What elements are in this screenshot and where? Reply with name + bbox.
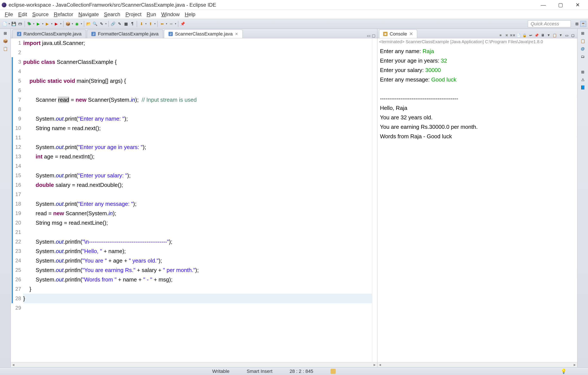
code-line[interactable]: 13 int age = read.nextInt(); <box>12 152 372 161</box>
code-line[interactable]: 17 <box>12 190 372 199</box>
code-line[interactable]: 19 read = new Scanner(System.in); <box>12 209 372 218</box>
code-line[interactable]: 10 String name = read.next(); <box>12 123 372 133</box>
search-icon[interactable]: 🔍 <box>92 21 98 27</box>
code-line[interactable]: 28} <box>12 294 372 303</box>
toggle-breadcrumb-icon[interactable]: 🔗 <box>110 21 116 27</box>
code-line[interactable]: 2 <box>12 48 372 57</box>
code-line[interactable]: 29 <box>12 303 372 313</box>
show-whitespace-icon[interactable]: ¶ <box>129 21 135 27</box>
menu-search[interactable]: Search <box>102 11 123 18</box>
console-tab[interactable]: ▣ Console ✕ <box>379 30 417 38</box>
quick-access-input[interactable]: Quick Access <box>528 21 571 27</box>
next-annotation-icon[interactable]: ⬇ <box>138 21 144 27</box>
run-last-icon[interactable]: ▶ <box>53 21 59 27</box>
open-type-icon[interactable]: 📂 <box>85 21 92 27</box>
code-line[interactable]: 9 System.out.print("Enter any name: "); <box>12 114 372 123</box>
code-line[interactable]: 14 <box>12 161 372 171</box>
debug-icon[interactable]: 🪲 <box>26 21 32 27</box>
open-console-icon[interactable]: 📋 <box>552 32 557 38</box>
menu-edit[interactable]: Edit <box>16 11 29 18</box>
console-output[interactable]: Enter any name: RajaEnter your age in ye… <box>377 45 577 362</box>
javadoc-icon[interactable]: 📘 <box>580 84 586 91</box>
code-line[interactable]: 7 Scanner read = new Scanner(System.in);… <box>12 95 372 105</box>
new-class-icon[interactable]: ◉ <box>74 21 80 27</box>
display-console-icon[interactable]: 🖥 <box>540 32 546 38</box>
forward-icon[interactable]: ➡ <box>168 21 174 27</box>
coverage-icon[interactable]: ▶ <box>44 21 50 27</box>
open-perspective-icon[interactable]: ⊞ <box>574 21 580 27</box>
maximize-button[interactable]: ▢ <box>556 1 565 9</box>
outline-icon[interactable]: 📋 <box>2 46 9 52</box>
restore-right-icon[interactable]: ⊞ <box>580 30 586 37</box>
code-line[interactable]: 21 <box>12 227 372 237</box>
terminate-icon[interactable]: ■ <box>498 32 503 38</box>
code-line[interactable]: 24 System.out.println("You are " + age +… <box>12 256 372 265</box>
code-line[interactable]: 8 <box>12 105 372 114</box>
word-wrap-icon[interactable]: ↩ <box>528 32 533 38</box>
remove-launch-icon[interactable]: ✖ <box>504 32 509 38</box>
restore-icon[interactable]: ⊞ <box>2 30 9 37</box>
code-line[interactable]: 27 } <box>12 284 372 294</box>
editor-tab[interactable]: JRandomClassExample.java <box>12 30 86 38</box>
close-button[interactable]: ✕ <box>573 1 582 9</box>
scroll-lock-icon[interactable]: 🔒 <box>522 32 527 38</box>
console-hscroll[interactable]: ◄► <box>377 362 577 367</box>
minimize-view-icon[interactable]: ▭ <box>367 33 370 38</box>
code-line[interactable]: 15 System.out.print("Enter your salary: … <box>12 171 372 180</box>
code-line[interactable]: 6 <box>12 86 372 95</box>
task-list-icon[interactable]: 📋 <box>580 38 586 44</box>
editor-tab[interactable]: JFormatterClassExample.java <box>87 30 163 38</box>
code-line[interactable]: 4 <box>12 67 372 76</box>
toggle-mark-icon[interactable]: ✎ <box>116 21 123 27</box>
clear-console-icon[interactable]: 📄 <box>516 32 521 38</box>
pin-console-icon[interactable]: 📌 <box>534 32 539 38</box>
toggle-block-icon[interactable]: ▦ <box>123 21 129 27</box>
problems-icon[interactable]: ⚠ <box>580 76 586 83</box>
save-all-icon[interactable]: 🗃 <box>17 21 23 27</box>
code-line[interactable]: 22 System.out.println("\n---------------… <box>12 237 372 246</box>
prev-annotation-icon[interactable]: ⬆ <box>147 21 153 27</box>
code-line[interactable]: 26 System.out.println("Words from " + na… <box>12 275 372 284</box>
minimize-console-icon[interactable]: ▭ <box>564 32 569 38</box>
menu-file[interactable]: File <box>3 11 15 18</box>
code-line[interactable]: 16 double salary = read.nextDouble(); <box>12 180 372 190</box>
maximize-console-icon[interactable]: ▢ <box>570 32 576 38</box>
code-line[interactable]: 25 System.out.println("You are earning R… <box>12 265 372 275</box>
code-line[interactable]: 3public class ScannerClassExample { <box>12 57 372 67</box>
new-icon[interactable]: 📄 <box>2 21 8 27</box>
code-line[interactable]: 23 System.out.println("Hello, " + name); <box>12 246 372 256</box>
menu-help[interactable]: Help <box>183 11 198 18</box>
menu-window[interactable]: Window <box>159 11 182 18</box>
close-tab-icon[interactable]: ✕ <box>235 32 238 36</box>
back-icon[interactable]: ⬅ <box>159 21 165 27</box>
close-icon[interactable]: ✕ <box>409 31 413 37</box>
java-perspective-icon[interactable]: ☕ <box>580 21 586 27</box>
pin-icon[interactable]: 📌 <box>180 21 186 27</box>
package-explorer-icon[interactable]: 📦 <box>2 38 9 44</box>
remove-all-icon[interactable]: ✖✖ <box>510 32 515 38</box>
maximize-view-icon[interactable]: ▢ <box>372 33 376 38</box>
code-line[interactable]: 12 System.out.print("Enter your age in y… <box>12 142 372 152</box>
editor-tab[interactable]: JScannerClassExample.java✕ <box>164 30 243 38</box>
at-icon[interactable]: @ <box>580 46 586 52</box>
menu-project[interactable]: Project <box>123 11 144 18</box>
minimize-button[interactable]: — <box>539 1 548 9</box>
code-line[interactable]: 18 System.out.print("Enter any message: … <box>12 199 372 209</box>
save-icon[interactable]: 💾 <box>11 21 17 27</box>
menu-navigate[interactable]: Navigate <box>76 11 101 18</box>
menu-source[interactable]: Source <box>30 11 51 18</box>
code-line[interactable]: 1import java.util.Scanner; <box>12 38 372 48</box>
code-line[interactable]: 11 <box>12 133 372 142</box>
run-icon[interactable]: ▶ <box>35 21 41 27</box>
outline-right-icon[interactable]: 🗂 <box>580 53 586 60</box>
restore-bottom-icon[interactable]: ⊞ <box>580 69 586 75</box>
code-editor[interactable]: 1import java.util.Scanner;23public class… <box>11 38 377 362</box>
editor-hscroll[interactable]: ◄► <box>11 362 377 367</box>
menu-refactor[interactable]: Refactor <box>52 11 75 18</box>
tip-icon[interactable] <box>331 369 336 374</box>
code-line[interactable]: 20 String msg = read.nextLine(); <box>12 218 372 227</box>
new-package-icon[interactable]: 📦 <box>65 21 71 27</box>
menu-run[interactable]: Run <box>144 11 158 18</box>
task-icon[interactable]: ✎ <box>98 21 105 27</box>
tip-of-day-icon[interactable]: 💡 <box>561 369 567 374</box>
